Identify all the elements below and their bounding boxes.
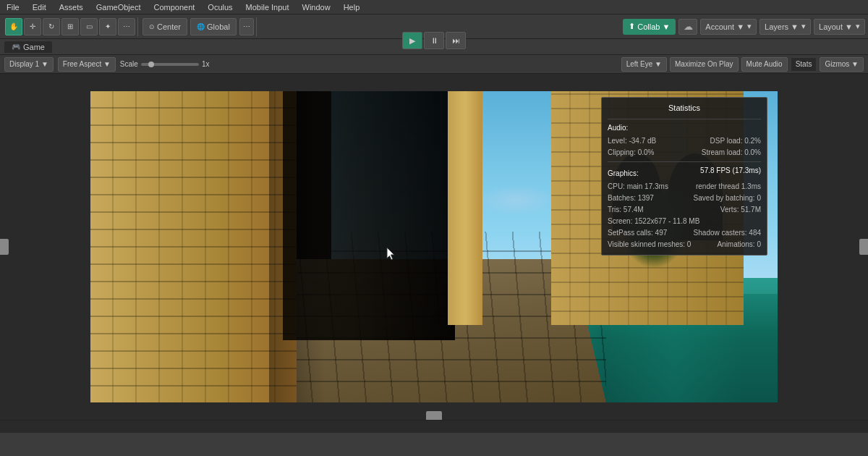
stream-label: Stream load: 0.0% xyxy=(702,147,761,159)
stats-sep-2 xyxy=(608,161,761,162)
layers-button[interactable]: Layers ▼ ▾ xyxy=(760,19,811,35)
right-toolbar: ⬆ Collab ▼ ☁ Account ▼ ▾ Layers ▼ ▾ Layo… xyxy=(623,19,865,35)
global-icon: 🌐 xyxy=(197,23,205,30)
toolbar: ✋ ✛ ↻ ⊞ ▭ ✦ ⋯ ⊙ Center 🌐 Global ⋯ ▶ ⏸ ⏭ … xyxy=(0,14,868,39)
stats-skinned-row: Visible skinned meshes: 0 Animations: 0 xyxy=(608,239,761,250)
menu-component[interactable]: Component xyxy=(151,2,197,12)
collab-icon: ⬆ xyxy=(629,22,635,31)
bottom-bar xyxy=(0,420,868,433)
game-tab-icon: 🎮 xyxy=(12,43,20,51)
stats-batches-row: Batches: 1397 Saved by batching: 0 xyxy=(608,193,761,204)
step-button[interactable]: ⏭ xyxy=(446,32,466,49)
collab-button[interactable]: ⬆ Collab ▼ xyxy=(623,19,676,35)
setpass-label: SetPass calls: 497 xyxy=(608,227,667,239)
menu-edit[interactable]: Edit xyxy=(30,2,48,12)
graphics-header: Graphics: xyxy=(608,168,639,180)
scale-slider-thumb[interactable] xyxy=(148,62,154,67)
level-label: Level: -34.7 dB xyxy=(608,135,656,147)
arch-area xyxy=(283,91,455,340)
left-wall-bricks xyxy=(90,91,297,402)
account-chevron-icon: ▾ xyxy=(747,22,752,31)
stats-screen-row: Screen: 1522x677 - 11.8 MB xyxy=(608,216,761,227)
rotate-tool-button[interactable]: ↻ xyxy=(43,18,60,35)
center-button[interactable]: ⊙ Center xyxy=(142,18,187,35)
extra-tool-button[interactable]: ⋯ xyxy=(118,18,135,35)
batching-label: Saved by batching: 0 xyxy=(694,193,761,204)
screen-label: Screen: 1522x677 - 11.8 MB xyxy=(608,216,699,227)
right-game-tools: Left Eye ▼ Maximize On Play Mute Audio S… xyxy=(621,57,864,72)
resize-handle-left[interactable] xyxy=(0,239,9,255)
menu-help[interactable]: Help xyxy=(341,2,362,12)
pause-button[interactable]: ⏸ xyxy=(424,32,444,49)
menu-file[interactable]: File xyxy=(4,2,22,12)
cpu-label: CPU: main 17.3ms xyxy=(608,181,668,193)
scale-tool-button[interactable]: ⊞ xyxy=(61,18,79,35)
center-icon: ⊙ xyxy=(149,23,155,30)
move-tool-button[interactable]: ✛ xyxy=(24,18,41,35)
render-label: render thread 1.3ms xyxy=(696,181,761,193)
animations-label: Animations: 0 xyxy=(717,239,761,250)
dsp-label: DSP load: 0.2% xyxy=(710,135,761,147)
stats-tris-row: Tris: 57.4M Verts: 51.7M xyxy=(608,204,761,216)
statistics-title: Statistics xyxy=(608,102,761,115)
menu-bar: File Edit Assets GameObject Component Oc… xyxy=(0,0,868,14)
menu-assets[interactable]: Assets xyxy=(57,2,85,12)
fps-label: 57.8 FPS (17.3ms) xyxy=(700,165,761,181)
scale-control: Scale 1x xyxy=(120,60,210,68)
game-tab[interactable]: 🎮 Game xyxy=(4,41,52,53)
gizmos-dropdown[interactable]: Gizmos ▼ xyxy=(820,57,864,72)
statistics-panel: Statistics Audio: Level: -34.7 dB DSP lo… xyxy=(601,97,767,256)
game-toolbar: Display 1 ▼ Free Aspect ▼ Scale 1x Left … xyxy=(0,55,868,74)
resize-handle-right[interactable] xyxy=(859,239,868,255)
resize-handle-bottom[interactable] xyxy=(426,411,442,420)
transform-tool-button[interactable]: ✦ xyxy=(99,18,116,35)
stats-graphics-header-row: Graphics: 57.8 FPS (17.3ms) xyxy=(608,165,761,181)
scale-value: 1x xyxy=(202,60,210,68)
play-controls: ▶ ⏸ ⏭ xyxy=(402,32,466,49)
play-button[interactable]: ▶ xyxy=(402,32,422,49)
left-eye-dropdown[interactable]: Left Eye ▼ xyxy=(621,57,667,72)
menu-oculus[interactable]: Oculus xyxy=(205,2,234,12)
layout-chevron-icon: ▾ xyxy=(856,22,860,31)
layout-button[interactable]: Layout ▼ ▾ xyxy=(814,19,865,35)
mute-audio-button[interactable]: Mute Audio xyxy=(741,57,788,72)
display-dropdown[interactable]: Display 1 ▼ xyxy=(4,57,54,72)
rect-tool-button[interactable]: ▭ xyxy=(80,18,98,35)
menu-mobileinput[interactable]: Mobile Input xyxy=(244,2,292,12)
hand-tool-button[interactable]: ✋ xyxy=(5,18,22,35)
stats-setpass-row: SetPass calls: 497 Shadow casters: 484 xyxy=(608,227,761,239)
scale-label: Scale xyxy=(120,60,138,68)
scale-slider-track[interactable] xyxy=(141,63,199,66)
snap-button[interactable]: ⋯ xyxy=(239,18,254,35)
pivot-group: ⊙ Center 🌐 Global ⋯ xyxy=(140,17,257,36)
transform-tools-group: ✋ ✛ ↻ ⊞ ▭ ✦ ⋯ xyxy=(3,17,138,36)
layers-chevron-icon: ▾ xyxy=(801,22,806,31)
stats-clipping-row: Clipping: 0.0% Stream load: 0.0% xyxy=(608,147,761,159)
global-button[interactable]: 🌐 Global xyxy=(190,18,237,35)
audio-header: Audio: xyxy=(608,122,761,134)
batches-label: Batches: 1397 xyxy=(608,193,654,204)
stats-cpu-row: CPU: main 17.3ms render thread 1.3ms xyxy=(608,181,761,193)
shadow-label: Shadow casters: 484 xyxy=(694,227,761,239)
stats-level-row: Level: -34.7 dB DSP load: 0.2% xyxy=(608,135,761,147)
game-scene: Statistics Audio: Level: -34.7 dB DSP lo… xyxy=(90,91,778,402)
verts-label: Verts: 51.7M xyxy=(720,204,761,216)
menu-gameobject[interactable]: GameObject xyxy=(94,2,143,12)
cloud-button[interactable]: ☁ xyxy=(678,19,697,35)
tris-label: Tris: 57.4M xyxy=(608,204,644,216)
stats-sep-1 xyxy=(608,119,761,119)
maximize-on-play-button[interactable]: Maximize On Play xyxy=(670,57,739,72)
skinned-label: Visible skinned meshes: 0 xyxy=(608,239,691,250)
pillar-1 xyxy=(448,91,482,325)
aspect-dropdown[interactable]: Free Aspect ▼ xyxy=(58,57,116,72)
menu-window[interactable]: Window xyxy=(300,2,333,12)
stats-button[interactable]: Stats xyxy=(791,57,817,72)
game-view: Statistics Audio: Level: -34.7 dB DSP lo… xyxy=(0,74,868,420)
account-button[interactable]: Account ▼ ▾ xyxy=(700,19,757,35)
clipping-label: Clipping: 0.0% xyxy=(608,147,654,159)
